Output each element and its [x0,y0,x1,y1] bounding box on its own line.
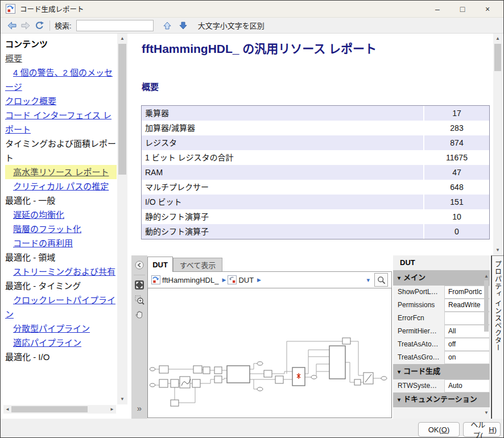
section-codegen[interactable]: ▾コード生成 [393,364,490,379]
back-button[interactable] [5,19,19,32]
sidebar-item-streaming-sharing[interactable]: ストリーミングおよび共有 [5,265,117,279]
zoom-icon [135,295,144,305]
collapse-arrow-icon: ▾ [398,369,400,375]
scroll-left-icon[interactable]: ◄ [5,405,10,414]
row-label: 1 ビット レジスタの合計 [142,150,423,165]
sidebar-item-highlevel-resource-report[interactable]: 高水準リソース レポート [5,165,117,179]
expand-toolbar-button[interactable]: » [131,403,147,413]
sidebar-item-overview[interactable]: 概要 [5,51,117,65]
canvas-search-button[interactable] [374,273,388,287]
ok-label-end: ) [447,425,449,434]
search-input[interactable] [76,20,154,31]
sidebar-horizontal-scrollbar[interactable]: ◄ ► [3,405,116,414]
simulink-model-icon [6,4,15,14]
maximize-button[interactable]: □ [450,1,475,18]
sidebar-item-critical-path[interactable]: クリティカル パスの推定 [5,179,117,193]
section-main[interactable]: ▾メイン [393,270,490,286]
back-arrow-icon [7,22,17,30]
fit-to-view-button[interactable] [134,280,144,290]
row-label: 動的シフト演算子 [142,224,423,239]
breadcrumb-model[interactable]: fftHammingHDL_ [162,276,218,284]
circle-back-icon [135,261,144,270]
sidebar-item-opt-area: 最適化 - 領域 [5,250,117,265]
ok-mnemonic: O [441,425,447,434]
section-label: メイン [403,273,425,282]
ok-button[interactable]: OK(O) [418,422,460,437]
help-label-end: ) [494,425,497,434]
contents-heading: コンテンツ [5,37,117,51]
sidebar-item-adaptive-pipelining[interactable]: 適応パイプライン [5,336,117,350]
up-arrow-icon [163,22,171,30]
strip-divider [134,275,145,275]
property-row: Permissions ReadWrite [393,299,490,312]
refresh-button[interactable] [32,19,46,32]
row-value: 47 [423,165,489,180]
sidebar-item-clock-rate-pipelining[interactable]: クロックレートパイプライン [5,293,117,321]
contents-nav: コンテンツ 概要 4 個の警告、2 個のメッセージ クロック概要 コード インタ… [5,37,117,364]
minimize-button[interactable]: – [425,1,450,18]
scrollbar-thumb[interactable] [484,280,489,332]
sidebar-item-opt-io: 最適化 - I/O [5,350,117,364]
property-inspector-tab[interactable]: プロパティ インスペクター [491,255,504,422]
breadcrumb-arrow-icon[interactable]: ▶ [257,277,261,283]
breadcrumb-arrow-icon[interactable]: ▶ [222,277,226,283]
scroll-up-icon[interactable]: ▲ [483,272,490,280]
help-label: ヘルプ( [467,419,489,438]
scroll-right-icon[interactable]: ► [109,405,115,414]
sidebar-item-code-reuse[interactable]: コードの再利用 [5,236,117,250]
scrollbar-thumb[interactable] [494,44,501,71]
row-value: 17 [423,106,489,121]
scroll-down-icon[interactable]: ▼ [483,409,490,417]
scroll-up-icon[interactable]: ▲ [493,35,502,43]
sidebar-item-warnings[interactable]: 4 個の警告、2 個のメッセージ [5,65,117,94]
scroll-down-icon[interactable]: ▼ [493,246,502,254]
report-vertical-scrollbar[interactable]: ▲ ▼ [493,34,502,255]
table-row: 乗算器 17 [142,106,489,121]
scrollbar-thumb[interactable] [118,44,126,175]
row-label: I/O ビット [142,195,423,209]
inspector-title: DUT [393,255,490,270]
breadcrumb: fftHammingHDL_ ▶ DUT ▶ ▾ [147,271,392,288]
property-label: TreatAsAto… [393,338,444,351]
model-diagram-canvas[interactable] [147,288,392,418]
tab-show-all[interactable]: すべて表示 [173,258,222,272]
row-label: RAM [142,165,423,180]
fit-to-view-icon [135,280,144,290]
window-controls: – □ × [425,1,500,18]
canvas-tool-strip: » [131,255,147,419]
property-row: TreatAsAto… off [393,338,490,351]
sidebar-vertical-scrollbar[interactable]: ▲ ▼ [117,34,127,404]
sidebar-item-code-interface-report[interactable]: コード インターフェイス レポート [5,108,117,137]
pan-button[interactable] [134,309,144,320]
row-value: 10 [423,209,489,224]
zoom-region-button[interactable] [134,295,144,305]
close-button[interactable]: × [475,1,500,18]
row-label: マルチプレクサー [142,180,423,195]
sidebar-item-hierarchy-flattening[interactable]: 階層のフラット化 [5,222,117,236]
property-row: ErrorFcn [393,312,490,325]
breadcrumb-subsystem[interactable]: DUT [238,276,254,284]
search-toolbar: 検索: 大文字小文字を区別 [1,18,503,34]
row-value: 283 [423,121,489,135]
help-button[interactable]: ヘルプ(H) [463,422,501,437]
sidebar-item-timing-area-report: タイミングおよび面積レポート [5,137,117,165]
scrollbar-thumb[interactable] [11,406,88,412]
sidebar-item-delay-balancing[interactable]: 遅延の均衡化 [5,208,117,222]
find-previous-button[interactable] [160,19,174,32]
sidebar-item-clock-summary[interactable]: クロック概要 [5,94,117,108]
find-next-button[interactable] [176,19,190,32]
sidebar-item-opt-timing: 最適化 - タイミング [5,279,117,293]
section-documentation[interactable]: ▾ドキュメンテーション [393,392,490,407]
navigate-back-button[interactable] [134,260,144,270]
sidebar-item-distributed-pipelining[interactable]: 分散型パイプライン [5,321,117,336]
scroll-up-icon[interactable]: ▲ [117,35,127,43]
tab-dut[interactable]: DUT [147,257,173,272]
case-sensitive-toggle[interactable]: 大文字小文字を区別 [198,20,265,31]
report-title: fftHammingHDL_ の汎用リソース レポート [142,39,477,56]
table-row: レジスタ 874 [142,135,489,150]
row-value: 11675 [423,150,489,165]
scroll-down-icon[interactable]: ▼ [117,395,127,403]
forward-button[interactable] [19,19,32,32]
breadcrumb-dropdown-icon[interactable]: ▾ [366,276,374,284]
inspector-scrollbar[interactable]: ▲ ▼ [483,271,490,418]
